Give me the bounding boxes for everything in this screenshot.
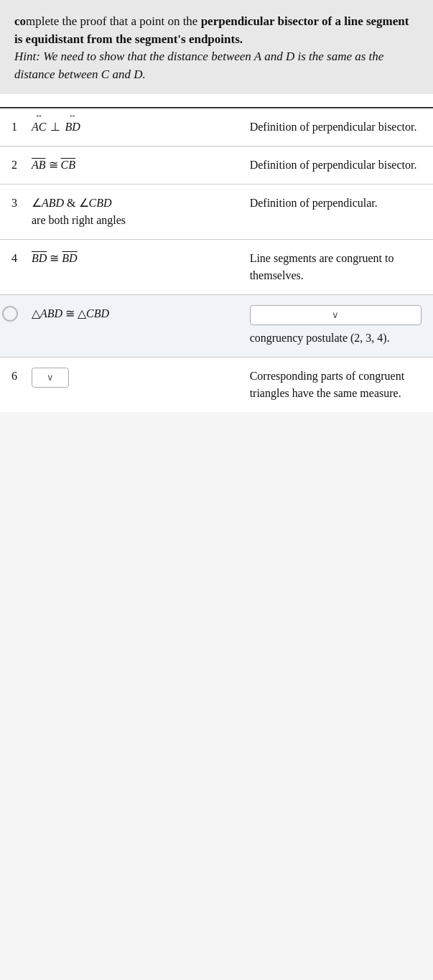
row-num-4: 4 xyxy=(11,250,27,267)
row6-dropdown[interactable]: ∨ xyxy=(32,368,69,388)
statement-cell-3: 3 ∠ABD & ∠CBD are both right angles xyxy=(0,184,238,239)
intro-text: complete the proof that a point on the p… xyxy=(14,14,409,81)
chevron-down-icon-2: ∨ xyxy=(47,372,54,383)
statement-2: AB ≅ CB xyxy=(32,157,75,174)
reason-cell-6: Corresponding parts of congruent triangl… xyxy=(238,357,433,412)
reason-5-text: congruency postulate (2, 3, 4). xyxy=(250,330,422,347)
row-num-3: 3 xyxy=(11,195,27,212)
reason-cell-3: Definition of perpendicular. xyxy=(238,184,433,239)
table-row: 4 BD ≅ BD Line segments are congruent to… xyxy=(0,239,433,294)
reason-6-text: Corresponding parts of congruent triangl… xyxy=(250,370,405,399)
statement-cell-2: 2 AB ≅ CB xyxy=(0,146,238,184)
chevron-down-icon: ∨ xyxy=(332,309,339,320)
table-row: 5 △ABD ≅ △CBD ∨ congruency postulate (2,… xyxy=(0,294,433,357)
reason-header xyxy=(238,94,433,108)
statement-cell-6: 6 ∨ xyxy=(0,357,238,412)
table-row: 2 AB ≅ CB Definition of perpendicular bi… xyxy=(0,146,433,184)
statement-5: △ABD ≅ △CBD xyxy=(32,305,109,322)
proof-table: 1 ↔ AC ⊥ ↔ BD xyxy=(0,94,433,412)
reason-cell-5: ∨ congruency postulate (2, 3, 4). xyxy=(238,294,433,357)
reason-cell-1: Definition of perpendicular bisector. xyxy=(238,108,433,146)
statement-4: BD ≅ BD xyxy=(32,250,78,267)
statement-3: ∠ABD & ∠CBD are both right angles xyxy=(32,195,126,229)
table-row: 6 ∨ Corresponding parts of congruent tri… xyxy=(0,357,433,412)
reason-cell-4: Line segments are congruent to themselve… xyxy=(238,239,433,294)
row-num-2: 2 xyxy=(11,157,27,174)
statement-6: ∨ xyxy=(32,368,69,388)
row-num-6: 6 xyxy=(11,368,27,385)
statement-cell-5: 5 △ABD ≅ △CBD xyxy=(0,294,238,357)
statement-cell-1: 1 ↔ AC ⊥ ↔ BD xyxy=(0,108,238,146)
statement-header xyxy=(0,94,238,108)
statement-cell-4: 4 BD ≅ BD xyxy=(0,239,238,294)
reason-cell-2: Definition of perpendicular bisector. xyxy=(238,146,433,184)
table-row: 1 ↔ AC ⊥ ↔ BD xyxy=(0,108,433,146)
statement-1: ↔ AC ⊥ ↔ BD xyxy=(32,118,80,136)
row5-dropdown[interactable]: ∨ xyxy=(250,305,422,325)
intro-section: complete the proof that a point on the p… xyxy=(0,0,433,94)
table-row: 3 ∠ABD & ∠CBD are both right angles Defi… xyxy=(0,184,433,239)
row-num-1: 1 xyxy=(11,118,27,136)
